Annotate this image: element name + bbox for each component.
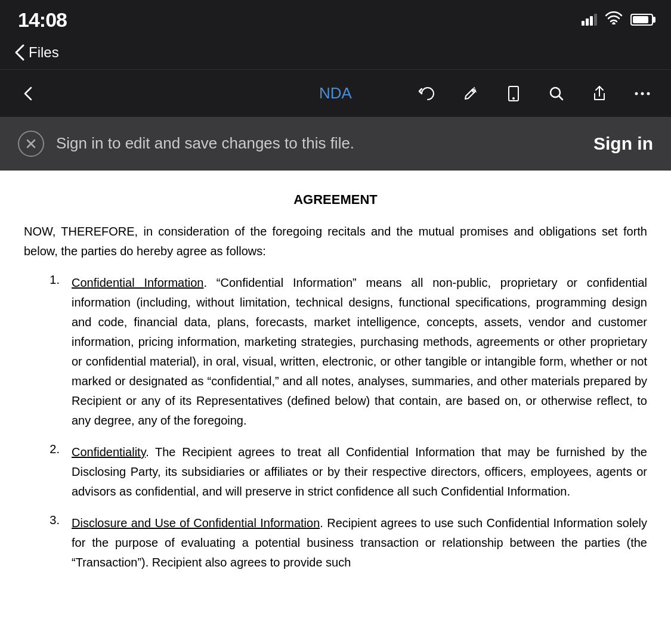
annotate-icon[interactable]: A <box>460 83 481 104</box>
toolbar: NDA A <box>0 69 671 117</box>
item-title-2: Confidentiality <box>72 445 146 459</box>
toolbar-right-icons: A <box>417 83 653 104</box>
svg-point-6 <box>641 92 644 95</box>
list-item: 2. Confidentiality. The Recipient agrees… <box>24 442 647 501</box>
undo-icon[interactable] <box>417 83 438 104</box>
signin-close-button[interactable] <box>18 131 44 157</box>
item-title-1: Confidential Information <box>72 276 204 289</box>
svg-text:A: A <box>472 86 477 94</box>
wifi-icon <box>605 11 622 28</box>
item-text-1: . “Confidential Information” means all n… <box>72 276 647 427</box>
signal-icon <box>582 14 597 26</box>
signin-banner: Sign in to edit and save changes to this… <box>0 117 671 171</box>
status-icons <box>582 11 653 28</box>
opening-paragraph: NOW, THEREFORE, in consideration of the … <box>24 222 647 261</box>
item-content-1: Confidential Information. “Confidential … <box>72 273 647 431</box>
svg-point-5 <box>635 92 638 95</box>
nav-back-button[interactable]: Files <box>14 44 59 61</box>
section-title: AGREEMENT <box>24 192 647 208</box>
item-content-3: Disclosure and Use of Confidential Infor… <box>72 513 647 572</box>
nav-bar: Files <box>0 36 671 69</box>
search-icon[interactable] <box>546 83 567 104</box>
item-content-2: Confidentiality. The Recipient agrees to… <box>72 442 647 501</box>
nav-back-label: Files <box>29 44 59 61</box>
svg-point-0 <box>613 23 615 25</box>
list-item: 1. Confidential Information. “Confidenti… <box>24 273 647 431</box>
signin-message: Sign in to edit and save changes to this… <box>56 133 582 154</box>
share-icon[interactable] <box>589 83 610 104</box>
more-icon[interactable] <box>632 83 653 104</box>
item-number-1: 1. <box>24 273 60 431</box>
list-item: 3. Disclosure and Use of Confidential In… <box>24 513 647 572</box>
item-number-2: 2. <box>24 442 60 501</box>
status-time: 14:08 <box>18 8 67 32</box>
svg-point-3 <box>513 98 514 99</box>
item-number-3: 3. <box>24 513 60 572</box>
device-view-icon[interactable] <box>503 83 524 104</box>
signin-button[interactable]: Sign in <box>593 134 653 154</box>
document-area: AGREEMENT NOW, THEREFORE, in considerati… <box>0 171 671 644</box>
item-title-3: Disclosure and Use of Confidential Infor… <box>72 516 320 530</box>
status-bar: 14:08 <box>0 0 671 36</box>
item-text-2: . The Recipient agrees to treat all Conf… <box>72 445 647 498</box>
svg-point-7 <box>647 92 650 95</box>
toolbar-nav: NDA A <box>18 83 653 104</box>
back-chevron-icon[interactable] <box>18 83 39 104</box>
document-title: NDA <box>319 84 352 103</box>
toolbar-left-icons <box>18 83 39 104</box>
battery-icon <box>630 14 653 26</box>
